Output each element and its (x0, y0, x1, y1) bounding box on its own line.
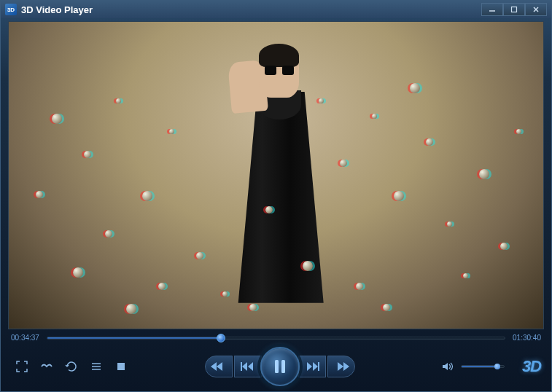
play-pause-button[interactable] (260, 347, 300, 386)
repeat-button[interactable] (63, 358, 79, 375)
seek-thumb[interactable] (217, 334, 225, 342)
fast-forward-icon (336, 361, 351, 372)
total-time: 01:30:40 (513, 334, 541, 342)
stop-button[interactable] (113, 358, 129, 375)
volume-icon (440, 360, 454, 373)
stop-icon (114, 360, 128, 373)
app-window: 3D 3D Video Player (0, 0, 552, 392)
video-frame (9, 22, 543, 329)
pause-icon (272, 358, 288, 375)
close-button[interactable] (525, 3, 547, 16)
svg-rect-4 (275, 360, 279, 373)
volume-slider[interactable] (461, 365, 505, 368)
svg-rect-1 (512, 7, 517, 12)
anaglyph-button[interactable] (39, 358, 55, 375)
fullscreen-button[interactable] (14, 358, 30, 375)
fullscreen-icon (15, 360, 28, 373)
rewind-icon (209, 361, 224, 372)
minimize-button[interactable] (481, 3, 503, 16)
seek-slider[interactable] (47, 337, 505, 340)
video-viewport[interactable] (8, 21, 544, 329)
app-title: 3D Video Player (21, 4, 477, 15)
current-time: 00:34:37 (11, 334, 39, 342)
svg-rect-6 (318, 362, 319, 371)
previous-button[interactable] (234, 356, 262, 377)
maximize-button[interactable] (503, 3, 525, 16)
playlist-button[interactable] (88, 358, 104, 375)
next-icon (305, 361, 319, 372)
svg-rect-2 (117, 363, 125, 370)
minimize-icon (489, 6, 496, 13)
volume-button[interactable] (439, 358, 455, 375)
control-bar: 00:34:37 01:30:40 (1, 329, 551, 391)
playlist-icon (90, 360, 103, 373)
svg-rect-5 (281, 360, 285, 373)
previous-icon (241, 361, 255, 372)
volume-fill (462, 366, 497, 367)
3d-toggle-button[interactable]: 3D (522, 357, 541, 376)
glasses-icon (40, 360, 53, 373)
next-button[interactable] (298, 356, 326, 377)
fast-forward-button[interactable] (327, 356, 355, 377)
repeat-icon (65, 360, 78, 373)
close-icon (532, 6, 540, 13)
seek-fill (47, 337, 221, 339)
titlebar[interactable]: 3D 3D Video Player (1, 1, 551, 18)
svg-rect-3 (241, 362, 242, 371)
rewind-button[interactable] (205, 356, 233, 377)
volume-thumb[interactable] (494, 364, 500, 369)
app-icon: 3D (5, 4, 17, 15)
maximize-icon (510, 6, 518, 13)
